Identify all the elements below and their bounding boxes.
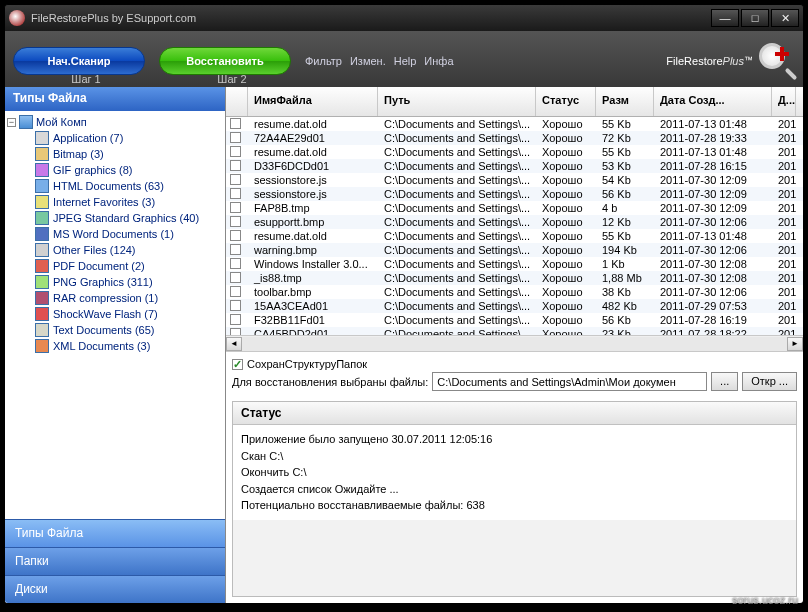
- titlebar[interactable]: FileRestorePlus by ESupport.com — □ ✕: [5, 5, 803, 31]
- row-checkbox[interactable]: [230, 160, 241, 171]
- browse-button[interactable]: Откр ...: [742, 372, 797, 391]
- sidebar-tab-folders[interactable]: Папки: [5, 547, 225, 575]
- col-status[interactable]: Статус: [536, 87, 596, 116]
- cell-path: C:\Documents and Settings\...: [378, 118, 536, 130]
- tree-item[interactable]: Bitmap (3): [7, 146, 223, 162]
- cell-filename: Windows Installer 3.0...: [248, 258, 378, 270]
- row-checkbox[interactable]: [230, 132, 241, 143]
- file-types-tree[interactable]: − Мой Комп Application (7)Bitmap (3)GIF …: [5, 111, 225, 519]
- table-row[interactable]: FAP8B.tmpC:\Documents and Settings\...Хо…: [226, 201, 803, 215]
- scroll-track[interactable]: [242, 337, 787, 351]
- restore-button[interactable]: Восстановить: [159, 47, 291, 75]
- tree-item-label: GIF graphics (8): [53, 164, 132, 176]
- menu-help[interactable]: Help: [394, 55, 417, 67]
- table-row[interactable]: _is88.tmpC:\Documents and Settings\...Хо…: [226, 271, 803, 285]
- table-row[interactable]: 15AA3CEAd01C:\Documents and Settings\...…: [226, 299, 803, 313]
- table-row[interactable]: resume.dat.oldC:\Documents and Settings\…: [226, 229, 803, 243]
- table-row[interactable]: D33F6DCDd01C:\Documents and Settings\...…: [226, 159, 803, 173]
- tree-item[interactable]: GIF graphics (8): [7, 162, 223, 178]
- horizontal-scrollbar[interactable]: ◄ ►: [226, 335, 803, 351]
- close-button[interactable]: ✕: [771, 9, 799, 27]
- row-checkbox[interactable]: [230, 216, 241, 227]
- table-row[interactable]: toolbar.bmpC:\Documents and Settings\...…: [226, 285, 803, 299]
- scroll-right-button[interactable]: ►: [787, 337, 803, 351]
- preserve-structure-checkbox[interactable]: [232, 359, 243, 370]
- cell-status: Хорошо: [536, 132, 596, 144]
- cell-date2: 201: [772, 174, 796, 186]
- maximize-button[interactable]: □: [741, 9, 769, 27]
- status-line: Окончить C:\: [241, 464, 788, 481]
- table-row[interactable]: sessionstore.jsC:\Documents and Settings…: [226, 187, 803, 201]
- path-more-button[interactable]: ...: [711, 372, 738, 391]
- tree-item[interactable]: Text Documents (65): [7, 322, 223, 338]
- start-scan-button[interactable]: Нач.Сканир: [13, 47, 145, 75]
- table-row[interactable]: sessionstore.jsC:\Documents and Settings…: [226, 173, 803, 187]
- col-filename[interactable]: ИмяФайла: [248, 87, 378, 116]
- cell-size: 53 Kb: [596, 160, 654, 172]
- table-row[interactable]: resume.dat.oldC:\Documents and Settings\…: [226, 117, 803, 131]
- col-size[interactable]: Разм: [596, 87, 654, 116]
- cell-size: 1 Kb: [596, 258, 654, 270]
- tree-item[interactable]: Other Files (124): [7, 242, 223, 258]
- row-checkbox[interactable]: [230, 146, 241, 157]
- sidebar-tab-types[interactable]: Типы Файла: [5, 519, 225, 547]
- col-path[interactable]: Путь: [378, 87, 536, 116]
- tree-item[interactable]: PDF Document (2): [7, 258, 223, 274]
- cell-status: Хорошо: [536, 244, 596, 256]
- row-checkbox[interactable]: [230, 300, 241, 311]
- sidebar-tab-disks[interactable]: Диски: [5, 575, 225, 603]
- tree-item[interactable]: XML Documents (3): [7, 338, 223, 354]
- table-row[interactable]: CA45BDD2d01C:\Documents and Settings\...…: [226, 327, 803, 335]
- magnifier-icon: [759, 43, 795, 79]
- tree-item[interactable]: Internet Favorites (3): [7, 194, 223, 210]
- row-checkbox[interactable]: [230, 286, 241, 297]
- cell-filename: _is88.tmp: [248, 272, 378, 284]
- row-checkbox[interactable]: [230, 174, 241, 185]
- table-row[interactable]: resume.dat.oldC:\Documents and Settings\…: [226, 145, 803, 159]
- status-panel: Статус Приложение было запущено 30.07.20…: [232, 401, 797, 597]
- tree-item[interactable]: JPEG Standard Graphics (40): [7, 210, 223, 226]
- tree-item[interactable]: ShockWave Flash (7): [7, 306, 223, 322]
- restore-path-input[interactable]: [432, 372, 707, 391]
- cell-filename: resume.dat.old: [248, 118, 378, 130]
- filetype-icon: [35, 163, 49, 177]
- row-checkbox[interactable]: [230, 244, 241, 255]
- cell-status: Хорошо: [536, 300, 596, 312]
- row-checkbox[interactable]: [230, 328, 241, 336]
- table-row[interactable]: F32BB11Fd01C:\Documents and Settings\...…: [226, 313, 803, 327]
- tree-item[interactable]: HTML Documents (63): [7, 178, 223, 194]
- col-checkbox[interactable]: [226, 87, 248, 116]
- tree-collapse-icon[interactable]: −: [7, 118, 16, 127]
- row-checkbox[interactable]: [230, 188, 241, 199]
- tree-item-label: XML Documents (3): [53, 340, 150, 352]
- tree-item[interactable]: RAR compression (1): [7, 290, 223, 306]
- minimize-button[interactable]: —: [711, 9, 739, 27]
- tree-item-label: Text Documents (65): [53, 324, 154, 336]
- tree-item[interactable]: MS Word Documents (1): [7, 226, 223, 242]
- status-line: Создается список Ожидайте ...: [241, 481, 788, 498]
- col-date-created[interactable]: Дата Созд...: [654, 87, 772, 116]
- row-checkbox[interactable]: [230, 258, 241, 269]
- table-row[interactable]: esupportt.bmpC:\Documents and Settings\.…: [226, 215, 803, 229]
- row-checkbox[interactable]: [230, 314, 241, 325]
- menu-edit[interactable]: Измен.: [350, 55, 386, 67]
- cell-status: Хорошо: [536, 230, 596, 242]
- status-log: Приложение было запущено 30.07.2011 12:0…: [233, 425, 796, 520]
- menu-filter[interactable]: Фильтр: [305, 55, 342, 67]
- table-row[interactable]: warning.bmpC:\Documents and Settings\...…: [226, 243, 803, 257]
- row-checkbox[interactable]: [230, 202, 241, 213]
- cell-path: C:\Documents and Settings\...: [378, 272, 536, 284]
- row-checkbox[interactable]: [230, 118, 241, 129]
- row-checkbox[interactable]: [230, 272, 241, 283]
- grid-body[interactable]: resume.dat.oldC:\Documents and Settings\…: [226, 117, 803, 335]
- scroll-left-button[interactable]: ◄: [226, 337, 242, 351]
- tree-item[interactable]: Application (7): [7, 130, 223, 146]
- row-checkbox[interactable]: [230, 230, 241, 241]
- table-row[interactable]: 72A4AE29d01C:\Documents and Settings\...…: [226, 131, 803, 145]
- table-row[interactable]: Windows Installer 3.0...C:\Documents and…: [226, 257, 803, 271]
- menu-info[interactable]: Инфа: [424, 55, 453, 67]
- tree-root[interactable]: − Мой Комп: [7, 115, 223, 129]
- cell-date2: 201: [772, 244, 796, 256]
- tree-item[interactable]: PNG Graphics (311): [7, 274, 223, 290]
- col-date2[interactable]: Д...: [772, 87, 796, 116]
